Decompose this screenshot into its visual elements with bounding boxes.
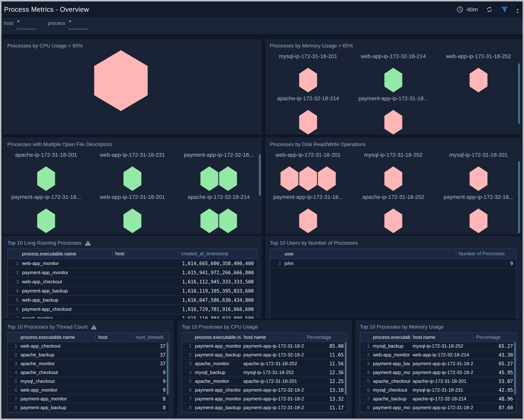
table-row[interactable]: 8payment-app_backuppayment-app-ip-172-31… [182,403,347,412]
hexagon[interactable] [37,166,55,191]
table-cell: apache-ip-172-31-18-201 [410,378,473,384]
refresh-button[interactable] [486,6,493,13]
table-row[interactable]: 7payment-app_monitorpayment-app-ip-172-3… [182,395,347,403]
scrollbar[interactable] [167,342,168,395]
table-cell: apache_backup [370,396,410,402]
table-row[interactable]: 6payment-app_checkout1,616,729,781,916,6… [8,305,257,314]
clock-icon [457,6,463,13]
process-filter-input[interactable]: * [69,20,88,29]
column-header[interactable]: created_at_timestamp [178,251,257,257]
kebab-menu[interactable] [516,6,519,14]
scrollbar[interactable] [518,161,520,233]
table-row[interactable]: 4payment-app_backup1,616,119,105,395,833… [8,287,257,296]
table-row[interactable]: 3payment-app_backuppayment-app-ip-172-31… [360,359,516,368]
table-row[interactable]: 1web-app_monitor1,614,665,600,358,490,40… [8,259,257,268]
column-header[interactable]: num_threads [133,335,169,340]
table-cell: apache-ip-172-32-18-214 [410,396,473,402]
table-row[interactable]: 1payment-app_monitorpayment-app-ip-172-3… [182,342,347,351]
hexagon[interactable] [318,166,336,191]
column-header[interactable]: process.executable.name [18,334,96,340]
column-header[interactable]: Number of Processes [456,251,516,257]
table-row[interactable]: 8payment-app_backup8 [8,403,169,412]
scrollbar[interactable] [518,63,520,124]
row-index: 6 [8,306,19,312]
table-row[interactable]: 5mysql_checkout9 [8,377,169,386]
warning-icon[interactable] [91,324,97,330]
table-row[interactable]: 7apache_backupapache-ip-172-32-18-21448.… [360,395,516,403]
table-cell: apache_monitor [18,361,96,367]
filter-button[interactable] [501,6,508,13]
table-row[interactable]: 3apache_monitor37 [8,359,169,368]
hexagon[interactable] [384,110,402,134]
hexagon[interactable] [299,166,317,191]
table-row[interactable]: 6payment-app_checkoutpayment-app-ip-172-… [182,386,347,395]
column-header[interactable]: user [282,251,456,257]
table-row[interactable]: 5apache_monitorapache-ip-172-31-18-20112… [182,377,347,386]
hexagon[interactable] [219,209,237,233]
table-cell: apache_checkout [18,370,96,375]
table-row[interactable]: 1john9 [270,259,516,268]
time-range-control[interactable]: -60m [457,6,478,13]
scrollbar[interactable] [514,342,516,395]
hexagon[interactable] [299,110,317,134]
row-index: 3 [182,361,192,367]
table-cell: payment-app_monitor [192,396,241,402]
table-row[interactable]: 2payment-app_monitor1,615,941,972,266,66… [8,268,257,277]
hexagon[interactable] [94,50,148,111]
table-row[interactable]: 4payment-app_monitorpayment-app-ip-172-3… [360,368,516,377]
table-cell: apache-ip-172-31-18-252 [241,361,304,367]
table-row[interactable]: 8payment-app_monitorpayment-app-ip-172-3… [360,403,516,412]
scrollbar[interactable] [345,342,347,395]
column-header[interactable]: host.name [241,335,304,340]
hexagon[interactable] [37,209,55,233]
table-row[interactable]: 6web-app_monitor9 [8,386,169,395]
table-row[interactable]: 7mysql_monitor1,615,110,884,023,809,500 [8,314,257,318]
hexagon[interactable] [299,68,317,92]
hexagon[interactable] [470,209,488,233]
table-row[interactable]: 5apache_checkoutapache-ip-172-31-18-2015… [360,377,516,386]
hexagon[interactable] [123,166,141,191]
hexagon[interactable] [201,209,218,233]
column-header[interactable]: host.name [410,335,473,340]
hexagon[interactable] [384,166,402,191]
table-row[interactable]: 2payment-app_backuppayment-app-ip-172-32… [182,351,347,359]
hexagon[interactable] [219,166,237,191]
hexagon[interactable] [384,209,402,233]
hexagon[interactable] [280,166,298,191]
scrollbar[interactable] [259,154,261,196]
table-row[interactable]: 4mysql_backupmysql-ip-172-31-18-25212.36 [182,368,347,377]
warning-icon[interactable] [85,240,91,246]
hexagon[interactable] [123,209,141,233]
row-index: 1 [8,343,18,349]
column-header[interactable]: host [112,251,178,257]
panel-cpu-usage-table: Top 10 Processes by CPU Usage process.ex… [177,320,352,418]
table-row[interactable]: 3apache_monitorapache-ip-172-31-18-25211… [182,359,347,368]
table-row[interactable]: 2web-app_monitorweb-app-ip-172-32-18-214… [360,351,516,359]
table-row[interactable]: 5web-app_backup1,616,047,586,630,434,800 [8,296,257,305]
hexagon[interactable] [201,166,218,191]
hexagon[interactable] [470,166,488,191]
table-row[interactable]: 4apache_checkout9 [8,368,169,377]
column-header[interactable]: process.executable.name [370,334,410,340]
column-header[interactable]: Percentage [473,335,516,340]
panel-thread-count: Top 10 Processes by Thread Count process… [3,320,174,418]
table-row[interactable]: 3web-app_checkout1,616,112,945,333,333,5… [8,277,257,287]
process-group: web-app-ip-172-31-18-201 [265,152,351,191]
process-host-label: payment-app-ip-172-31-18... [11,194,81,200]
column-header[interactable]: Percentage [304,335,347,340]
column-header[interactable]: process.executable.name [192,334,241,340]
table-body: 1web-app_checkout372apache_backup373apac… [8,342,169,412]
table-row[interactable]: 2apache_backup37 [8,351,169,359]
process-host-label: apache-ip-172-32-18-214 [277,95,339,102]
host-filter-input[interactable]: * [17,20,36,29]
table-row[interactable]: 1mysql_backupmysql-ip-172-31-18-25265.27 [360,342,516,351]
table-row[interactable]: 7payment-app_monitor8 [8,395,169,403]
column-header[interactable]: process.executable.name [19,251,112,257]
hexagon[interactable] [384,68,402,92]
row-index: 4 [182,370,192,375]
table-row[interactable]: 6mysql_checkoutmysql-ip-172-31-18-23142.… [360,386,516,395]
column-header[interactable]: host [96,335,133,340]
hexagon[interactable] [299,209,317,233]
hexagon[interactable] [470,68,488,92]
table-row[interactable]: 1web-app_checkout37 [8,342,169,351]
